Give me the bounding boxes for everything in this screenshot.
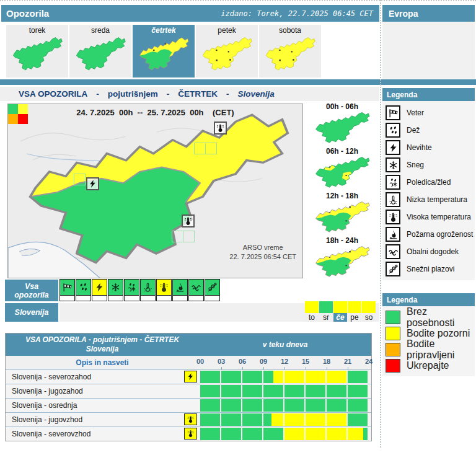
level-swatch-orange [386, 343, 400, 356]
page-title: Opozorila [6, 8, 49, 19]
tab-sreda[interactable]: sreda [69, 25, 131, 77]
coastal-icon [386, 244, 400, 259]
hourly-map-06-12: 06h - 12h [305, 147, 379, 192]
hightemp-icon-tile[interactable] [156, 279, 172, 301]
map-grid-cell [205, 143, 217, 154]
hightemp-icon [182, 214, 195, 228]
avalanche-icon [386, 262, 400, 276]
rain-icon-tile[interactable] [76, 279, 91, 301]
hightemp-icon [184, 413, 197, 425]
wind-icon-tile[interactable] [60, 279, 75, 301]
table-row: Slovenija - jugozahod [6, 384, 371, 398]
evropa-panel [382, 22, 475, 79]
opis-column-header: Opis in nasveti [6, 356, 199, 369]
map-valid-period: 24. 7.2025 00h -- 25. 7.2025 00h (CET) [8, 108, 302, 117]
coastal-icon-tile[interactable] [188, 279, 204, 301]
map-attribution: ARSO vreme 22. 7.2025 06:54 CET [229, 243, 296, 262]
wind-icon [386, 105, 400, 120]
avalanche-icon-tile[interactable] [205, 279, 220, 301]
hightemp-icon [386, 210, 400, 224]
page-header: Opozorila izdano: Torek, 22.7.2025 06:45… [1, 5, 379, 22]
legend-item: Visoka temperatura [386, 208, 475, 226]
top-divider [0, 0, 476, 1]
mini-map-18-24 [314, 245, 371, 279]
issued-timestamp: izdano: Torek, 22.7.2025 06:45 CET [221, 9, 373, 18]
region-link[interactable]: Slovenija - jugozahod [12, 384, 83, 398]
lowtemp-icon-tile[interactable] [140, 279, 156, 301]
tab-torek[interactable]: torek [6, 25, 68, 77]
hourly-map-12-18: 12h - 18h [305, 192, 379, 237]
table-row: Slovenija - osrednja [6, 398, 371, 412]
legend-item: Požarna ogroženost [386, 226, 475, 243]
tab-sobota[interactable]: sobota [259, 25, 321, 77]
warning-type-strip [60, 279, 220, 301]
legend-item: Poledica/žled [386, 174, 475, 191]
day-selector: to sr če pe so [305, 301, 376, 322]
breadcrumb-region: Slovenija [238, 89, 275, 99]
region-link[interactable]: Slovenija - severovzhod [12, 427, 90, 441]
table-row: Slovenija - jugovzhod [6, 412, 371, 426]
tab-cetrtek[interactable]: četrtek [133, 25, 195, 77]
breadcrumb-day: ČETRTEK [178, 89, 218, 99]
storm-icon [184, 371, 197, 382]
hourly-map-18-24: 18h - 24h [305, 236, 379, 281]
day-ce[interactable]: če [333, 301, 347, 322]
level-swatch-red [386, 359, 400, 373]
legend-icons-title: Legenda [382, 88, 475, 101]
mini-map-sobota [264, 37, 316, 73]
legend-item: Veter [386, 104, 475, 121]
ice-icon-tile[interactable] [124, 279, 139, 301]
storm-icon-tile[interactable] [92, 279, 107, 301]
rain-icon [386, 123, 400, 138]
legend-levels: Brez posebnosti Bodite pozorni Bodite pr… [382, 306, 475, 376]
table-row: Slovenija - severozahod [6, 369, 371, 384]
region-link[interactable]: Slovenija - jugovzhod [12, 413, 82, 426]
legend-item: Snežni plazovi [386, 260, 475, 278]
table-title: VSA OPOZORILA - pojutrišnjem - ČETRTEK [25, 335, 179, 345]
snow-icon [386, 157, 400, 172]
all-warnings-label: Vsa opozorila [5, 280, 58, 301]
timeline [200, 399, 369, 412]
table-header: VSA OPOZORILA - pojutrišnjem - ČETRTEK S… [6, 334, 371, 356]
day-tabs: torek sreda četrtek petek sobota [6, 25, 321, 77]
region-link[interactable]: Slovenija - severozahod [12, 370, 91, 384]
tab-petek[interactable]: petek [196, 25, 258, 77]
snow-icon-tile[interactable] [108, 279, 123, 301]
mini-map-sreda [74, 37, 126, 73]
table-header-right: v teku dneva [199, 334, 371, 356]
legend-levels-title: Legenda [382, 293, 475, 306]
day-to[interactable]: to [305, 301, 319, 322]
tab-evropa[interactable]: Evropa [382, 5, 475, 22]
legend-icons: Veter Dež Nevihte Sneg Poledica/žled Niz… [382, 101, 475, 280]
level-swatch-green [386, 311, 400, 324]
map-grid-cell [194, 143, 206, 154]
day-so[interactable]: so [362, 301, 376, 322]
region-link[interactable]: Slovenija - osrednja [12, 399, 77, 412]
timeline [200, 413, 369, 426]
table-subheader: Opis in nasveti 00 03 06 09 12 15 18 21 … [6, 356, 371, 369]
hightemp-icon [214, 121, 227, 135]
map-grid-cell [183, 231, 195, 242]
day-sr[interactable]: sr [319, 301, 333, 322]
breadcrumb-prefix: VSA OPOZORILA [19, 89, 87, 99]
fire-icon-tile[interactable] [172, 279, 188, 301]
timeline [200, 385, 369, 397]
mini-map-cetrtek [138, 37, 190, 73]
ice-icon [386, 175, 400, 190]
legend-item: Brez posebnosti [386, 309, 475, 325]
table-row: Slovenija - severovzhod [6, 426, 371, 441]
legend-item: Sneg [386, 156, 475, 174]
legend-item: Nizka temperatura [386, 191, 475, 208]
day-pe[interactable]: pe [348, 301, 361, 322]
hightemp-icon [184, 428, 197, 440]
warnings-breadcrumb: VSA OPOZORILA - pojutrišnjem - ČETRTEK -… [0, 87, 379, 101]
main-warning-map: 24. 7.2025 00h -- 25. 7.2025 00h (CET) A… [7, 104, 303, 278]
breadcrumb-scope: pojutrišnjem [108, 89, 158, 99]
column-divider [380, 0, 381, 448]
storm-icon [86, 177, 99, 190]
mini-map-torek [11, 37, 63, 73]
timeline [200, 428, 369, 440]
legend-item: Nevihte [386, 139, 475, 156]
mini-map-06-12 [314, 156, 371, 190]
timeline [200, 371, 369, 383]
